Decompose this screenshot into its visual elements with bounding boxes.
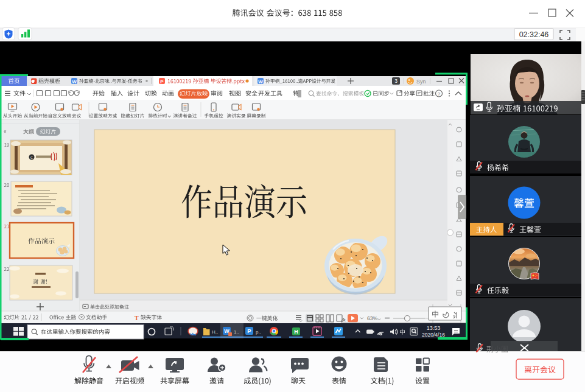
svg-text:k: k bbox=[343, 317, 346, 323]
svg-text:W: W bbox=[258, 79, 263, 85]
svg-text:p..: p.. bbox=[256, 329, 261, 335]
svg-text:H..: H.. bbox=[212, 329, 218, 335]
svg-text:?: ? bbox=[438, 91, 441, 97]
svg-text:Syn: Syn bbox=[416, 79, 426, 85]
svg-text:H: H bbox=[294, 329, 298, 335]
svg-text:C: C bbox=[30, 156, 33, 159]
svg-text:P: P bbox=[160, 79, 164, 85]
svg-text:W: W bbox=[72, 79, 77, 85]
svg-text:T: T bbox=[135, 315, 139, 321]
svg-text:1..: 1.. bbox=[234, 329, 239, 335]
svg-text:2020/4/16: 2020/4/16 bbox=[422, 332, 445, 338]
svg-text:13:53: 13:53 bbox=[427, 325, 441, 331]
svg-text:P: P bbox=[247, 327, 251, 334]
svg-text:02:32:46: 02:32:46 bbox=[519, 30, 549, 39]
svg-text:63%: 63% bbox=[367, 315, 377, 321]
svg-text:3: 3 bbox=[394, 78, 398, 84]
